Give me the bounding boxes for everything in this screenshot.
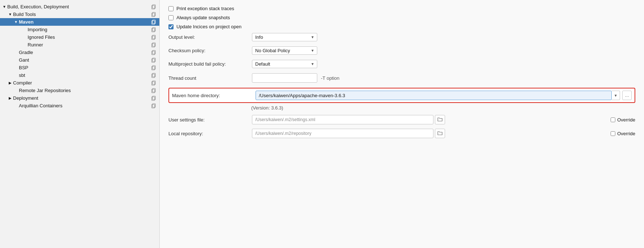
user-settings-input[interactable] (252, 115, 433, 124)
sidebar-item-ignored-files[interactable]: Ignored Files (0, 33, 159, 41)
checksum-policy-label: Checksum policy: (168, 48, 252, 53)
sidebar-item-label: sbt (19, 73, 151, 78)
copy-icon (151, 96, 156, 101)
sidebar-item-label: Ignored Files (28, 34, 151, 40)
sidebar-item-label: Compiler (13, 80, 151, 86)
arrow-icon: ▼ (1, 5, 7, 9)
output-level-select-wrapper: Info Quiet Debug ▼ (252, 33, 317, 41)
update-indices-checkbox[interactable] (168, 24, 174, 29)
sidebar-item-arquillian-containers[interactable]: Arquillian Containers (0, 102, 159, 109)
sidebar-item-label: Arquillian Containers (19, 103, 151, 108)
user-settings-label: User settings file: (168, 117, 252, 123)
sidebar-item-label: Build Tools (13, 12, 151, 17)
maven-home-input-wrapper: ▼ (256, 91, 620, 100)
local-repository-override-label[interactable]: Override (617, 131, 635, 136)
always-update-row: Always update snapshots (168, 15, 635, 20)
copy-icon (151, 42, 156, 47)
copy-icon (151, 80, 156, 86)
update-indices-row: Update Incices on project open (168, 24, 635, 29)
copy-icon (151, 73, 156, 78)
sidebar-item-sbt[interactable]: sbt (0, 71, 159, 79)
user-settings-override-wrapper: Override (611, 117, 635, 123)
settings-content: Print exception stack traces Always upda… (160, 0, 644, 248)
multiproject-build-label: Multiproject build fail policy: (168, 61, 252, 67)
copy-icon (151, 50, 156, 55)
user-settings-override-label[interactable]: Override (617, 117, 635, 123)
local-repository-input-wrapper (252, 129, 607, 138)
copy-icon (151, 103, 156, 108)
sidebar-item-importing[interactable]: Importing (0, 26, 159, 33)
sidebar-item-label: Gradle (19, 50, 151, 55)
sidebar-item-label: Deployment (13, 95, 151, 101)
maven-home-row: Maven home directory: ▼ … (168, 88, 635, 103)
print-exception-row: Print exception stack traces (168, 6, 635, 11)
sidebar-item-build-execution-deployment[interactable]: ▼ Build, Execution, Deployment (0, 3, 159, 11)
maven-home-label: Maven home directory: (172, 93, 256, 98)
multiproject-build-select-wrapper: Default Fail At End Fail Never ▼ (252, 60, 317, 68)
copy-icon (151, 27, 156, 32)
sidebar-item-label: Runner (28, 42, 151, 47)
multiproject-build-select[interactable]: Default Fail At End Fail Never (252, 60, 317, 68)
maven-home-input[interactable] (256, 91, 612, 100)
local-repository-override-checkbox[interactable] (611, 131, 615, 136)
sidebar-item-bsp[interactable]: BSP (0, 64, 159, 71)
sidebar-item-deployment[interactable]: ▶ Deployment (0, 94, 159, 102)
maven-version-label: (Version: 3.6.3) (251, 105, 635, 111)
print-exception-label[interactable]: Print exception stack traces (176, 6, 234, 11)
always-update-label[interactable]: Always update snapshots (176, 15, 230, 20)
thread-count-input[interactable] (252, 73, 317, 83)
output-level-row: Output level: Info Quiet Debug ▼ (168, 33, 635, 41)
copy-icon (151, 58, 156, 63)
sidebar-item-runner[interactable]: Runner (0, 41, 159, 49)
always-update-checkbox[interactable] (168, 15, 174, 20)
update-indices-label[interactable]: Update Incices on project open (176, 24, 241, 29)
print-exception-checkbox[interactable] (168, 6, 174, 11)
sidebar-item-gradle[interactable]: Gradle (0, 49, 159, 56)
arrow-icon: ▶ (7, 96, 13, 100)
output-level-select[interactable]: Info Quiet Debug (252, 33, 317, 41)
copy-icon (151, 12, 156, 17)
copy-icon (151, 65, 156, 70)
user-settings-row: User settings file: Override (168, 115, 635, 124)
arrow-icon: ▶ (7, 81, 13, 85)
thread-option-label: -T option (321, 75, 339, 81)
sidebar-item-label: Importing (28, 27, 151, 32)
sidebar-item-label: Gant (19, 57, 151, 63)
sidebar-item-build-tools[interactable]: ▼ Build Tools (0, 11, 159, 18)
folder-icon (437, 131, 443, 135)
user-settings-browse-button[interactable] (435, 115, 445, 124)
sidebar-item-gant[interactable]: Gant (0, 56, 159, 64)
sidebar-item-label: Remote Jar Repositories (19, 88, 151, 93)
sidebar-item-maven[interactable]: ▼ Maven (0, 18, 159, 26)
user-settings-input-wrapper (252, 115, 607, 124)
copy-icon (151, 35, 156, 40)
maven-home-dropdown-button[interactable]: ▼ (612, 91, 620, 100)
copy-icon (151, 4, 156, 9)
sidebar: ▼ Build, Execution, Deployment ▼ Build T… (0, 0, 160, 248)
output-level-label: Output level: (168, 34, 252, 40)
checksum-policy-row: Checksum policy: No Global Policy Fail W… (168, 46, 635, 55)
sidebar-item-label: BSP (19, 65, 151, 70)
thread-count-label: Thread count (168, 75, 252, 81)
thread-count-row: Thread count -T option (168, 73, 635, 83)
sidebar-item-compiler[interactable]: ▶ Compiler (0, 79, 159, 87)
checksum-policy-select[interactable]: No Global Policy Fail Warn Ignore (252, 46, 317, 55)
local-repository-browse-button[interactable] (435, 129, 445, 138)
arrow-icon: ▼ (13, 20, 19, 24)
sidebar-item-label: Maven (19, 19, 151, 25)
checksum-policy-select-wrapper: No Global Policy Fail Warn Ignore ▼ (252, 46, 317, 55)
local-repository-override-wrapper: Override (611, 131, 635, 136)
local-repository-row: Local repository: Override (168, 129, 635, 138)
user-settings-override-checkbox[interactable] (611, 117, 615, 122)
sidebar-item-remote-jar-repositories[interactable]: Remote Jar Repositories (0, 87, 159, 94)
folder-icon (437, 117, 443, 121)
multiproject-build-row: Multiproject build fail policy: Default … (168, 60, 635, 68)
sidebar-item-label: Build, Execution, Deployment (7, 4, 151, 9)
local-repository-input[interactable] (252, 129, 433, 138)
copy-icon (151, 88, 156, 93)
arrow-icon: ▼ (7, 12, 13, 16)
local-repository-label: Local repository: (168, 131, 252, 136)
maven-home-browse-button[interactable]: … (622, 91, 632, 100)
copy-icon (151, 20, 156, 25)
